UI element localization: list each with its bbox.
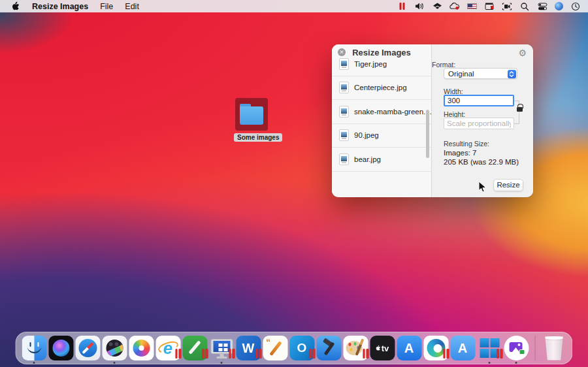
menu-file[interactable]: File [100,2,113,11]
dock-item-resize-images[interactable] [503,332,530,364]
desktop-folder[interactable]: Some images [234,98,269,142]
photos-icon [129,336,154,360]
paused-badge-icon [309,349,315,359]
dock-item-movie-app[interactable] [101,332,128,364]
dock-item-windows[interactable] [476,332,503,364]
running-indicator [221,362,223,364]
folder-label[interactable]: Some images [234,133,282,142]
dock-item-pen-writer[interactable]: “ [262,332,289,364]
file-row[interactable]: Centerpiece.jpg [332,76,431,101]
siri-menubar-icon[interactable] [555,2,563,10]
running-indicator [114,362,116,364]
folder-selection-highlight [235,98,268,131]
file-row[interactable]: 90.jpeg [332,124,431,148]
trash-icon [544,336,564,360]
dock-item-safari[interactable] [74,332,101,364]
file-row[interactable]: bear.jpg [332,148,431,172]
siri-icon [48,336,73,360]
edge-icon [423,336,448,360]
paused-badge-icon [255,349,261,359]
list-scrollbar[interactable] [426,110,429,158]
paused-badge-icon [229,349,235,359]
images-count: Images: 7 [444,149,477,157]
jpeg-file-icon [339,58,349,70]
dock-separator [535,336,536,360]
running-indicator [33,362,35,364]
clapper-icon[interactable] [484,1,495,12]
dock: e W “ [16,332,573,364]
outlook-icon: O [289,336,314,360]
width-input[interactable] [444,95,514,106]
apple-menu-icon[interactable] [10,1,20,12]
dock-item-edge[interactable] [423,332,449,364]
size-info: 205 KB (was 22.9 MB) [444,158,519,166]
menubar-app-name[interactable]: Resize Images [32,2,88,11]
paint-app-icon [343,336,368,360]
file-list-pane: ✕ Resize Images Tiger.jpeg Centerpiece.j… [332,44,431,197]
menu-bar: Resize Images File Edit [0,0,588,12]
movie-app-icon [102,336,127,360]
dock-item-finder[interactable] [21,332,48,364]
dock-item-photos[interactable] [128,332,155,364]
file-list[interactable]: Tiger.jpeg Centerpiece.jpg snake-mamba-g… [332,57,431,197]
lock-icon[interactable] [517,107,523,112]
pen-writer-icon: “ [263,336,287,360]
format-dropdown[interactable]: Original [444,68,517,79]
dock-item-siri[interactable] [48,332,74,364]
menu-edit[interactable]: Edit [125,2,139,11]
dock-item-trash[interactable] [541,332,568,364]
spotlight-icon[interactable] [519,1,530,12]
file-row[interactable]: snake-mamba-green.... [332,100,431,124]
jpeg-file-icon [339,82,349,93]
app-store-icon: A [397,336,421,360]
dock-item-paint[interactable] [342,332,369,364]
jpeg-file-icon [339,106,349,118]
gear-icon[interactable]: ⚙ [518,48,527,58]
safari-icon [75,336,100,360]
dock-item-notes-green[interactable] [182,332,208,364]
parallels-pause-icon[interactable] [397,1,407,12]
desktop-screen: Resize Images File Edit [0,0,588,367]
resize-images-window: ✕ Resize Images Tiger.jpeg Centerpiece.j… [332,44,533,197]
running-indicator [515,362,517,364]
dock-item-word[interactable]: W [235,332,262,364]
dock-item-xcode[interactable] [316,332,342,364]
jpeg-file-icon [339,129,349,141]
dropbox-icon[interactable] [432,1,442,12]
resulting-size-label: Resulting Size: [444,140,489,148]
running-indicator [489,362,491,364]
parallels-desktop-icon [209,336,234,360]
xcode-icon [316,336,341,360]
app-store-alt-icon: A [450,336,475,360]
control-center-icon[interactable] [537,1,547,12]
us-flag-icon[interactable] [467,3,477,9]
word-icon: W [236,336,261,360]
green-pencil-app-icon [182,336,207,360]
window-title: Resize Images [332,48,431,57]
paused-badge-icon [175,349,181,359]
cloud-sync-icon[interactable] [449,1,460,12]
file-row[interactable]: Tiger.jpeg [332,57,431,76]
resize-images-app-icon [504,336,529,360]
clock-icon[interactable] [570,1,581,12]
height-input[interactable] [444,118,514,129]
apple-tv-icon: tv [370,336,395,360]
dock-item-internet-explorer[interactable]: e [155,332,182,364]
paused-badge-icon [443,349,449,359]
paused-badge-icon [497,349,502,359]
internet-explorer-icon: e [155,336,180,360]
resize-button[interactable]: Resize [493,179,523,191]
paused-badge-icon [202,349,208,359]
dock-item-parallels-desktop[interactable] [208,332,235,364]
dock-item-app-store[interactable]: A [396,332,423,364]
settings-pane: ⚙ Format: Original Width: Height: Result… [431,44,533,197]
volume-icon[interactable] [414,1,425,12]
mouse-cursor [478,181,487,196]
windows-icon [477,336,502,360]
dock-item-apple-tv[interactable]: tv [369,332,396,364]
dropdown-stepper-icon[interactable] [508,70,516,78]
screen-record-icon[interactable] [502,1,512,12]
dock-item-app-store-alt[interactable]: A [449,332,476,364]
finder-icon [22,336,46,360]
dock-item-outlook[interactable]: O [289,332,316,364]
